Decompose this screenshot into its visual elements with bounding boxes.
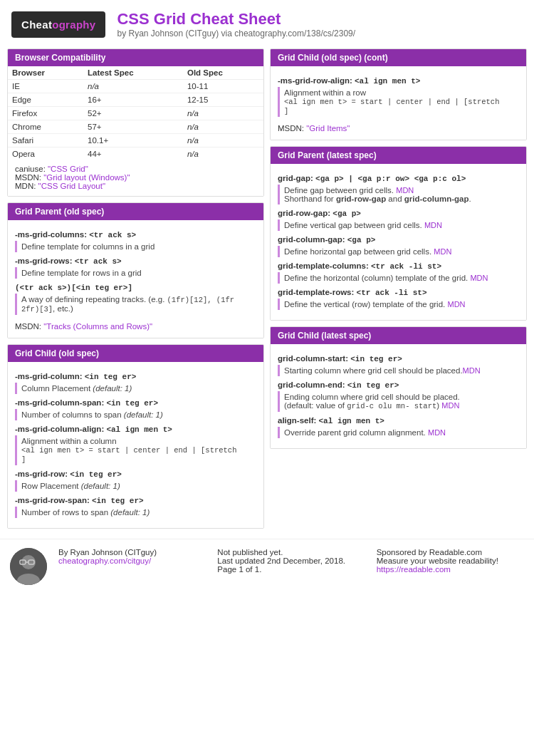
caniuse-link[interactable]: "CSS Grid" — [48, 165, 88, 173]
page-number: Page 1 of 1. — [217, 565, 365, 574]
main-content: Browser Compatibility Browser Latest Spe… — [0, 48, 534, 536]
prop-desc: Define horizontal gap between grid cells… — [278, 246, 519, 257]
prop-ms-grid-rows: -ms-grid-rows: <tr ack s> Define templat… — [15, 257, 256, 279]
section-browser-compat: Browser Compatibility Browser Latest Spe… — [7, 48, 264, 197]
msdn-compat-link[interactable]: "Grid layout (Windows)" — [43, 173, 130, 182]
table-row: Safari 10.1+ n/a — [8, 134, 263, 147]
mdn-link-line: MDN: "CSS Grid Layout" — [15, 182, 256, 190]
prop-ms-grid-columns: -ms-grid-columns: <tr ack s> Define temp… — [15, 230, 256, 252]
old-spec: 10-11 — [183, 80, 263, 93]
mdn-link[interactable]: MDN — [428, 428, 446, 437]
prop-code: <in teg er> — [347, 381, 399, 390]
latest-spec: 57+ — [83, 120, 183, 134]
prop-desc: Override parent grid column alignment. M… — [278, 427, 519, 438]
col-left: Browser Compatibility Browser Latest Spe… — [7, 48, 264, 529]
code-default: grid-c olu mn- start — [347, 402, 436, 410]
old-spec: n/a — [183, 120, 263, 134]
prop-label: grid-column-gap — [278, 235, 342, 244]
section-grid-child-new-header: Grid Child (latest spec) — [271, 327, 526, 344]
section-grid-parent-old: Grid Parent (old spec) -ms-grid-columns:… — [7, 202, 264, 338]
latest-spec: n/a — [83, 80, 183, 93]
section-grid-child-old-body: -ms-grid-column: <in teg er> Column Plac… — [8, 362, 263, 528]
table-row: Edge 16+ 12-15 — [8, 93, 263, 107]
sponsor-name: Sponsored by Readable.com — [377, 548, 524, 556]
prop-desc: Define the vertical (row) template of th… — [278, 299, 519, 310]
msdn-line: MSDN: "Tracks (Columns and Rows)" — [15, 319, 256, 332]
prop-desc: Define template for rows in a grid — [15, 267, 256, 279]
section-grid-child-old-header: Grid Child (old spec) — [8, 345, 263, 362]
col-old: Old Spec — [183, 66, 263, 80]
prop-repeat-syntax: (<tr ack s>)[<in teg er>] A way of defin… — [15, 283, 256, 315]
prop-label: -ms-grid-column-span — [15, 398, 101, 407]
section-grid-child-old-cont-header: Grid Child (old spec) (cont) — [271, 49, 526, 66]
author-profile-link[interactable]: cheatography.com/citguy/ — [58, 556, 151, 565]
mdn-compat-link[interactable]: "CSS Grid Layout" — [38, 182, 105, 190]
logo: Cheatography — [11, 11, 105, 38]
prop-label: -ms-grid-row-align — [278, 76, 350, 85]
browser-name: IE — [8, 80, 83, 93]
prop-label: grid-column-end — [278, 380, 342, 389]
prop-desc: Define vertical gap between grid cells. … — [278, 219, 519, 231]
prop-desc: Alignment within a column <al ign men t>… — [15, 435, 256, 465]
mdn-link[interactable]: MDN — [396, 186, 414, 195]
section-grid-child-old: Grid Child (old spec) -ms-grid-column: <… — [7, 344, 264, 529]
msdn-grid-items-line: MSDN: "Grid Items" — [278, 121, 519, 134]
mdn-link[interactable]: MDN — [434, 247, 451, 256]
sponsor-link[interactable]: https://readable.com — [377, 565, 451, 574]
msdn-grid-items-link[interactable]: "Grid Items" — [306, 124, 350, 133]
browser-name: Chrome — [8, 120, 83, 134]
code-values: <al ign men t> = start | center | end | … — [284, 98, 499, 115]
prop-code: <in teg er> — [85, 373, 137, 381]
footer-author-col: By Ryan Johnson (CITguy) cheatography.co… — [58, 548, 206, 565]
browser-name: Edge — [8, 93, 83, 107]
prop-desc: A way of defining repeating tracks. (e.g… — [15, 294, 256, 315]
msdn-link-line: MSDN: "Grid layout (Windows)" — [15, 173, 256, 182]
prop-label: grid-template-columns — [278, 262, 366, 270]
footer-sponsor-col: Sponsored by Readable.com Measure your w… — [377, 548, 524, 574]
footer: By Ryan Johnson (CITguy) cheatography.co… — [0, 539, 534, 594]
prop-grid-gap: grid-gap: <ga p> | <ga p:r ow> <ga p:c o… — [278, 174, 519, 204]
msdn-tracks-link[interactable]: "Tracks (Columns and Rows)" — [43, 322, 152, 331]
prop-desc: Define gap between grid cells. MDN Short… — [278, 185, 519, 204]
section-grid-parent-new: Grid Parent (latest spec) grid-gap: <ga … — [270, 146, 527, 321]
prop-code: <al ign men t> — [319, 417, 384, 425]
prop-desc: Define template for columns in a grid — [15, 241, 256, 252]
prop-desc: Ending column where grid cell should be … — [278, 391, 519, 412]
browser-name: Opera — [8, 147, 83, 161]
prop-code: <ga p> — [333, 209, 361, 218]
section-browser-compat-header: Browser Compatibility — [8, 49, 263, 66]
prop-code: <in teg er> — [350, 355, 402, 363]
section-grid-parent-new-header: Grid Parent (latest spec) — [271, 147, 526, 164]
table-row: IE n/a 10-11 — [8, 80, 263, 93]
latest-spec: 10.1+ — [83, 134, 183, 147]
prop-desc: Starting column where grid cell should b… — [278, 365, 519, 376]
code-example: (1fr)[12], (1fr 2fr)[3] — [21, 296, 234, 314]
prop-grid-column-start: grid-column-start: <in teg er> Starting … — [278, 354, 519, 376]
sponsor-desc: Measure your website readability! — [377, 556, 524, 565]
prop-code: <in teg er> — [106, 399, 158, 408]
section-grid-parent-old-body: -ms-grid-columns: <tr ack s> Define temp… — [8, 220, 263, 338]
footer-status-col: Not published yet. Last updated 2nd Dece… — [217, 548, 365, 574]
prop-label: -ms-grid-row-span — [15, 496, 87, 504]
prop-code: <tr ack -li st> — [371, 262, 441, 271]
prop-label: grid-column-start — [278, 354, 345, 363]
mdn-link[interactable]: MDN — [447, 300, 465, 309]
mdn-link[interactable]: MDN — [441, 401, 459, 410]
browser-name: Firefox — [8, 107, 83, 120]
prop-grid-column-end: grid-column-end: <in teg er> Ending colu… — [278, 380, 519, 412]
section-grid-child-new: Grid Child (latest spec) grid-column-sta… — [270, 326, 527, 449]
prop-label: align-self — [278, 416, 313, 425]
mdn-link[interactable]: MDN — [470, 274, 488, 282]
prop-desc: Column Placement (default: 1) — [15, 383, 256, 394]
header: Cheatography CSS Grid Cheat Sheet by Rya… — [0, 0, 534, 48]
prop-label: grid-row-gap — [278, 209, 328, 217]
table-row: Opera 44+ n/a — [8, 147, 263, 161]
mdn-link[interactable]: MDN — [424, 221, 442, 229]
prop-label: grid-gap — [278, 174, 310, 182]
mdn-link[interactable]: MDN — [463, 366, 481, 375]
prop-ms-grid-row: -ms-grid-row: <in teg er> Row Placement … — [15, 470, 256, 492]
prop-ms-grid-column-align: -ms-grid-column-align: <al ign men t> Al… — [15, 425, 256, 465]
section-grid-parent-old-header: Grid Parent (old spec) — [8, 203, 263, 220]
prop-ms-grid-column-span: -ms-grid-column-span: <in teg er> Number… — [15, 398, 256, 420]
prop-desc: Number of columns to span (default: 1) — [15, 409, 256, 420]
